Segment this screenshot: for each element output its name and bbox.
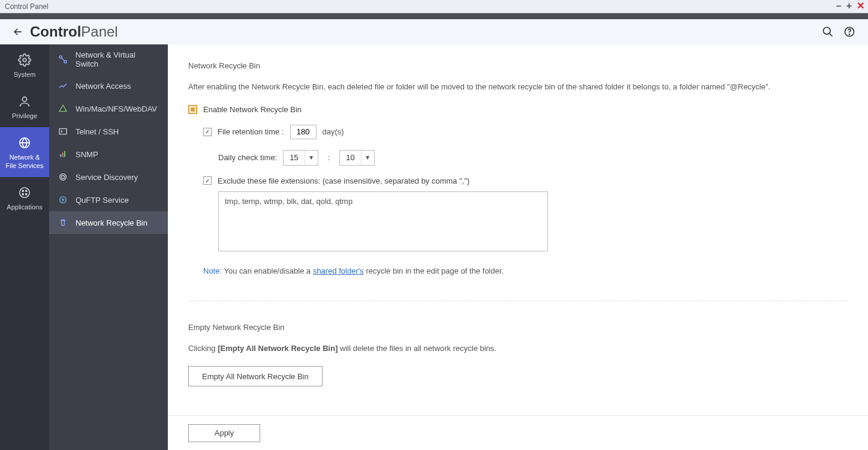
recycle-bin-icon <box>58 217 68 228</box>
subnav-item-win-mac-nfs-webdav[interactable]: Win/Mac/NFS/WebDAV <box>49 97 168 120</box>
svg-rect-16 <box>64 151 65 157</box>
window-titlebar: Control Panel – + ✕ <box>0 0 868 13</box>
titlebar-separator <box>0 13 868 19</box>
protocols-icon <box>58 103 68 114</box>
note-text: Note: You can enable/disable a shared fo… <box>203 266 848 275</box>
svg-point-7 <box>22 190 23 191</box>
category-rail: System Privilege Network & File Services… <box>0 44 49 450</box>
empty-all-button[interactable]: Empty All Network Recycle Bin <box>188 366 323 386</box>
svg-point-6 <box>20 188 30 198</box>
user-icon <box>17 94 32 109</box>
rail-item-applications[interactable]: Applications <box>0 177 49 218</box>
back-button[interactable] <box>11 25 25 39</box>
window-minimize-icon[interactable]: – <box>836 1 842 11</box>
svg-point-0 <box>824 28 831 35</box>
section-desc-recycle-bin: After enabling the Network Recycle Bin, … <box>188 81 848 93</box>
exclude-extensions-label: Exclude these file extensions: (case ins… <box>218 176 469 185</box>
file-retention-checkbox[interactable] <box>203 128 212 136</box>
gear-icon <box>17 53 32 67</box>
window-title: Control Panel <box>5 2 49 11</box>
svg-point-2 <box>849 34 850 35</box>
shared-folder-link[interactable]: shared folder's <box>313 266 364 275</box>
subnav-item-network-recycle-bin[interactable]: Network Recycle Bin <box>49 211 168 234</box>
svg-point-9 <box>22 193 23 194</box>
rail-item-network-file-services[interactable]: Network & File Services <box>0 127 49 176</box>
svg-rect-15 <box>62 152 64 157</box>
ftp-icon <box>58 194 68 205</box>
chevron-down-icon: ▼ <box>361 151 374 165</box>
window-close-icon[interactable]: ✕ <box>857 1 864 11</box>
svg-rect-14 <box>60 154 61 157</box>
svg-point-4 <box>22 97 26 101</box>
exclude-extensions-textarea[interactable] <box>218 191 548 251</box>
globe-icon <box>17 136 32 150</box>
snmp-icon <box>58 149 68 160</box>
help-icon[interactable] <box>842 24 857 40</box>
enable-recycle-bin-label: Enable Network Recycle Bin <box>203 105 302 114</box>
network-switch-icon <box>58 54 68 65</box>
daily-check-minute-select[interactable]: 10 ▼ <box>339 150 374 166</box>
app-header: ControlPanel <box>0 19 868 44</box>
search-icon[interactable] <box>820 24 836 40</box>
network-access-icon <box>58 80 68 91</box>
svg-point-17 <box>60 174 67 181</box>
daily-check-label: Daily check time: <box>218 153 277 162</box>
file-retention-unit: day(s) <box>323 127 344 136</box>
file-retention-input[interactable] <box>290 125 317 139</box>
section-title-empty: Empty Network Recycle Bin <box>188 323 848 332</box>
subnav-item-network-access[interactable]: Network Access <box>49 74 168 97</box>
section-divider <box>188 301 848 301</box>
svg-point-18 <box>61 175 64 178</box>
subnav-item-telnet-ssh[interactable]: Telnet / SSH <box>49 120 168 143</box>
content-area: Network Recycle Bin After enabling the N… <box>168 44 868 450</box>
subnav-item-service-discovery[interactable]: Service Discovery <box>49 166 168 188</box>
section-title-recycle-bin: Network Recycle Bin <box>188 61 848 70</box>
enable-recycle-bin-checkbox[interactable] <box>188 105 197 114</box>
section-desc-empty: Clicking [Empty All Network Recycle Bin]… <box>188 343 848 355</box>
exclude-extensions-checkbox[interactable] <box>203 176 212 185</box>
subnav: Network & Virtual Switch Network Access … <box>49 44 168 450</box>
apps-icon <box>17 185 32 200</box>
svg-point-3 <box>23 58 26 62</box>
app-title: ControlPanel <box>30 23 118 40</box>
terminal-icon <box>58 126 68 137</box>
rail-item-privilege[interactable]: Privilege <box>0 86 49 127</box>
subnav-item-snmp[interactable]: SNMP <box>49 143 168 166</box>
apply-button[interactable]: Apply <box>188 424 260 442</box>
daily-check-hour-select[interactable]: 15 ▼ <box>283 150 318 166</box>
svg-point-8 <box>26 190 27 191</box>
subnav-item-network-virtual-switch[interactable]: Network & Virtual Switch <box>49 44 168 74</box>
svg-point-10 <box>26 193 27 194</box>
radar-icon <box>58 172 68 182</box>
rail-item-system[interactable]: System <box>0 44 49 86</box>
footer-bar: Apply <box>168 415 868 450</box>
chevron-down-icon: ▼ <box>305 151 318 165</box>
svg-rect-13 <box>59 128 67 134</box>
window-maximize-icon[interactable]: + <box>846 1 852 11</box>
file-retention-label: File retention time : <box>218 127 284 136</box>
subnav-item-quftp-service[interactable]: QuFTP Service <box>49 188 168 211</box>
